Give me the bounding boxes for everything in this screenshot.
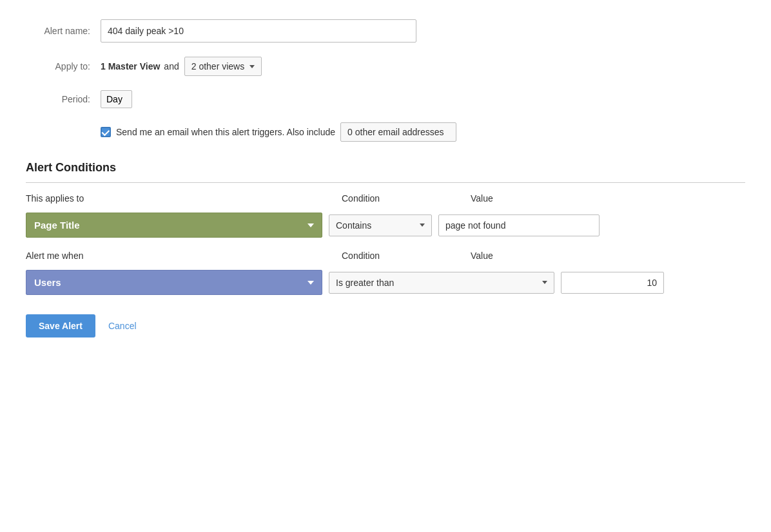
applies-to-caret-icon: [307, 223, 314, 227]
and-text: and: [164, 61, 179, 71]
applies-to-value: Page Title: [34, 220, 80, 231]
email-addresses-dropdown[interactable]: 0 other email addresses: [340, 122, 456, 142]
email-checkbox[interactable]: [101, 127, 111, 137]
condition-value-1: Contains: [336, 220, 371, 231]
period-label: Period:: [26, 94, 90, 104]
alert-me-when-value: Users: [34, 277, 61, 288]
conditions-divider: [26, 182, 745, 183]
save-alert-button[interactable]: Save Alert: [26, 314, 95, 337]
other-views-dropdown[interactable]: 2 other views: [184, 57, 262, 76]
value-input-2[interactable]: [561, 272, 664, 294]
col1-header: This applies to: [26, 193, 335, 207]
condition-caret-icon-2: [542, 281, 547, 284]
alert-name-input[interactable]: [101, 19, 416, 43]
col3-header: Value: [471, 193, 745, 207]
cancel-button[interactable]: Cancel: [108, 321, 137, 331]
alert-me-label: Alert me when: [26, 251, 335, 265]
condition-caret-icon-1: [420, 223, 425, 227]
other-views-caret-icon: [249, 65, 255, 68]
action-buttons: Save Alert Cancel: [26, 314, 745, 337]
condition-dropdown-2[interactable]: Is greater than: [329, 272, 554, 294]
value-input-1[interactable]: [438, 214, 600, 236]
apply-to-label: Apply to:: [26, 61, 90, 71]
alert-me-when-dropdown[interactable]: Users: [26, 270, 322, 295]
email-checkbox-label: Send me an email when this alert trigger…: [116, 127, 335, 137]
period-dropdown[interactable]: Day: [101, 90, 132, 108]
other-views-label: 2 other views: [191, 61, 244, 71]
alert-me-when-caret-icon: [307, 281, 314, 285]
condition-value-2: Is greater than: [336, 278, 394, 288]
col2-header: Condition: [342, 193, 464, 207]
period-value: Day: [106, 94, 122, 104]
alert-name-label: Alert name:: [26, 26, 90, 36]
condition-row-1: Page Title Contains: [26, 213, 745, 238]
condition-row-2: Users Is greater than: [26, 270, 745, 295]
email-checkbox-wrapper: Send me an email when this alert trigger…: [101, 127, 335, 137]
master-view-text: 1 Master View: [101, 61, 160, 71]
col3b-header: Value: [471, 251, 745, 265]
col2b-header: Condition: [342, 251, 464, 265]
alert-conditions-title: Alert Conditions: [26, 161, 745, 175]
applies-to-dropdown[interactable]: Page Title: [26, 213, 322, 238]
email-addresses-label: 0 other email addresses: [347, 127, 444, 137]
condition-dropdown-1[interactable]: Contains: [329, 214, 432, 236]
